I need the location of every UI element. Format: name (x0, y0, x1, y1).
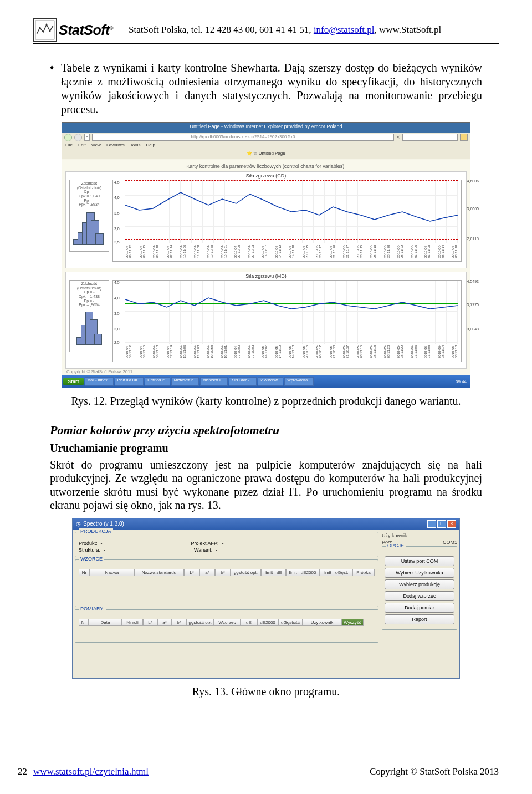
menu-file[interactable]: File (65, 142, 73, 150)
page-footer: www.statsoft.pl/czytelnia.html Copyright… (0, 762, 532, 777)
pomiary-header: NrDataNr roliL*a*b*gęstość optWzorzecdEd… (79, 619, 375, 626)
figure-12: Untitled Page - Windows Internet Explore… (33, 122, 499, 408)
btn-dodaj-pomiar[interactable]: Dodaj pomiar (385, 603, 454, 613)
chart-md-plot: 4,5 4,0 3,5 3,0 2,5 4,5493 3,7770 3,0048 (112, 280, 462, 362)
chart-md-hist (73, 299, 106, 345)
forward-icon[interactable] (74, 134, 82, 141)
ie-tab[interactable]: ⭐ ☆ Untitled Page (62, 150, 470, 159)
tb-2win[interactable]: 2 Window... (258, 377, 283, 386)
header-rule (33, 45, 499, 45)
th: Nr roli (122, 619, 143, 626)
chart-md: Siła zgrzewu (MD) Zdolność (Ostatni zbió… (65, 272, 467, 369)
tb-spc[interactable]: SPC.doc - ... (229, 377, 257, 386)
btn-wybierz-uzytk[interactable]: Wybierz Użytkownika (385, 568, 454, 578)
back-icon[interactable] (64, 134, 72, 141)
menu-view[interactable]: View (91, 142, 101, 150)
tb-mail[interactable]: Mail - Inbox... (85, 377, 114, 386)
spectro-icon: ◷ (76, 521, 81, 527)
chart-cd-line (125, 180, 458, 243)
chart-cd-hist (73, 199, 106, 245)
start-button[interactable]: Start (63, 378, 84, 385)
chart-cd-plot: 4,5 4,0 3,5 3,0 2,5 4,6006 3,6060 2,6115 (112, 180, 462, 262)
group-opcje: OPCJE Ustaw port COM Wybierz Użytkownika… (382, 546, 457, 630)
spectro-title: Spectro (v 1.3.0) (83, 521, 124, 527)
svg-point-2 (46, 24, 48, 26)
menu-fav[interactable]: Favorites (106, 142, 125, 150)
th: Nr (79, 569, 90, 576)
th: b* (215, 569, 231, 576)
maximize-button[interactable]: □ (437, 520, 446, 528)
btn-ustaw-port[interactable]: Ustaw port COM (385, 556, 454, 566)
svg-point-1 (39, 27, 41, 29)
th: Nazwa standardu (134, 569, 184, 576)
figure-12-caption: Rys. 12. Przegląd wyników (karty kontrol… (33, 395, 499, 408)
group-produkcja: PRODUKCJA Produkt:- Projekt AFP:- Strukt… (75, 532, 378, 557)
header-email-link[interactable]: info@statsoft.pl (314, 24, 375, 35)
bullet-text: Tabele z wynikami i karty kontrolne Shew… (61, 61, 482, 116)
th: dE (241, 619, 257, 626)
th: a* (157, 619, 172, 626)
th: L* (184, 569, 200, 576)
th: Próbka (352, 569, 375, 576)
tb-wprow[interactable]: Wprowadza... (284, 377, 314, 386)
menu-edit[interactable]: Edit (78, 142, 86, 150)
section-heading: Pomiar kolorów przy użyciu spektrofotome… (50, 423, 482, 437)
spectro-titlebar: ◷ Spectro (v 1.3.0) _ □ × (73, 518, 459, 530)
menu-tools[interactable]: Tools (130, 142, 141, 150)
th: a* (200, 569, 215, 576)
figure-13-caption: Rys. 13. Główne okno programu. (33, 685, 499, 698)
svg-point-3 (49, 30, 51, 32)
body-title: Karty kontrolne dla parametrów liczbowyc… (65, 162, 467, 171)
wzorce-header: NrNazwaNazwa standarduL*a*b*gęstość opt.… (79, 569, 375, 576)
header-contact: StatSoft Polska, tel. 12 428 43 00, 601 … (129, 24, 441, 35)
search-box[interactable] (402, 134, 458, 141)
footer-link[interactable]: www.statsoft.pl/czytelnia.html (33, 766, 149, 777)
menu-help[interactable]: Help (146, 142, 155, 150)
tb-plan[interactable]: Plan dla DK... (115, 377, 144, 386)
th: Data (89, 619, 122, 626)
btn-dodaj-wzorzec[interactable]: Dodaj wzorzec (385, 591, 454, 601)
page-copyright: Copyright © StatSoft Polska 2011 (66, 369, 132, 374)
svg-rect-0 (35, 21, 54, 39)
page-header: StatSoft® StatSoft Polska, tel. 12 428 4… (33, 18, 499, 44)
chart-md-title: Siła zgrzewu (MD) (245, 273, 287, 279)
th: dGęstość (278, 619, 303, 626)
chart-md-xlabs: 2010-04-06 11:122010-04-06 11:152010-04-… (125, 344, 458, 360)
th: dE2000 (257, 619, 278, 626)
tb-mse[interactable]: Microsoft E... (200, 377, 228, 386)
ie-toolbar: e http://rpodb0003/m.domstk.aspx?S14=290… (62, 133, 470, 142)
chart-cd: Siła zgrzewu (CD) Zdolność (Ostatni zbió… (65, 171, 467, 268)
th: Nr (79, 619, 89, 626)
footer-copyright: Copyright © StatSoft Polska 2013 (370, 766, 499, 777)
btn-raport[interactable]: Raport (385, 614, 454, 624)
spectro-window: ◷ Spectro (v 1.3.0) _ □ × PRODUKCJA Prod… (72, 518, 460, 679)
th: b* (172, 619, 186, 626)
tb-untitled[interactable]: Untitled P... (145, 377, 170, 386)
th: limit - dGęst. (319, 569, 352, 576)
bullet-item: ♦ Tabele z wynikami i karty kontrolne Sh… (50, 61, 482, 116)
tb-msp[interactable]: Microsoft P... (171, 377, 199, 386)
th: gęstość opt. (231, 569, 261, 576)
th[interactable]: Wyczyść (341, 619, 364, 626)
logo-text: StatSoft® (59, 22, 113, 38)
th: limit - dE (261, 569, 286, 576)
body-paragraph: Skrót do programu umieszczony jest na pu… (50, 458, 482, 512)
btn-wybierz-produkcje[interactable]: Wybierz produkcję (385, 579, 454, 589)
addr-icon: e (84, 134, 90, 141)
figure-13: ◷ Spectro (v 1.3.0) _ □ × PRODUKCJA Prod… (33, 518, 499, 698)
bullet-marker: ♦ (50, 63, 61, 116)
taskbar: Start Mail - Inbox... Plan dla DK... Unt… (62, 375, 470, 388)
th: Użytkownik (303, 619, 341, 626)
close-button[interactable]: × (447, 520, 456, 528)
group-pomiary: POMIARY: NrDataNr roliL*a*b*gęstość optW… (75, 609, 378, 643)
statsoft-logo: StatSoft® (33, 18, 122, 42)
chart-cd-xlabs: 2010-04-06 11:122010-04-06 11:152010-04-… (125, 243, 458, 260)
minimize-button[interactable]: _ (427, 520, 436, 528)
search-go-icon[interactable] (460, 134, 468, 141)
th: gęstość opt (186, 619, 214, 626)
group-wzorce: WZORCE NrNazwaNazwa standarduL*a*b*gęsto… (75, 559, 378, 607)
ie-menu: File Edit View Favorites Tools Help (62, 142, 470, 150)
address-bar[interactable]: http://rpodb0003/m.domstk.aspx?S14=2902x… (92, 134, 394, 141)
th: Wzorzec (214, 619, 241, 626)
th: limit - dE2000 (286, 569, 319, 576)
